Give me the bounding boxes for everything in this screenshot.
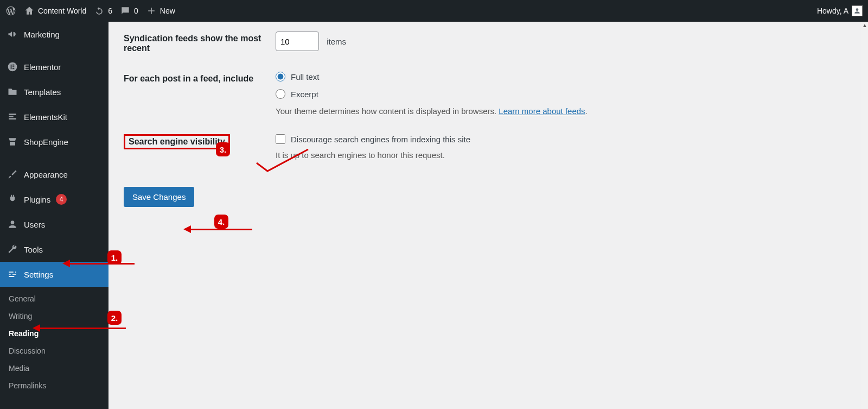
howdy-link[interactable]: Howdy, A <box>817 5 863 16</box>
syndication-label: Syndication feeds show the most recent <box>124 32 276 53</box>
elementskit-icon <box>7 111 18 123</box>
submenu-item-discussion[interactable]: Discussion <box>0 342 108 360</box>
comments-link[interactable]: 0 <box>120 5 138 16</box>
radio-excerpt-label: Excerpt <box>291 90 318 99</box>
scrollbar[interactable]: ▲ <box>861 22 868 409</box>
comment-icon <box>120 5 131 16</box>
row-sev: Search engine visibility Discourage sear… <box>124 134 846 160</box>
annotation-arrow-4-line <box>190 229 252 230</box>
feed-desc: Your theme determines how content is dis… <box>276 106 846 116</box>
sidebar-item-label: Tools <box>24 245 43 254</box>
annotation-badge-4: 4. <box>214 215 228 229</box>
updates-link[interactable]: 6 <box>94 5 112 16</box>
annotation-badge-1: 1. <box>107 250 122 265</box>
submenu-item-writing[interactable]: Writing <box>0 307 108 325</box>
syndication-input[interactable] <box>276 32 319 51</box>
settings-content: Syndication feeds show the most recent i… <box>108 22 861 409</box>
sidebar-item-appearance[interactable]: Appearance <box>0 162 108 187</box>
radio-excerpt-input[interactable] <box>276 89 285 99</box>
elementor-icon <box>7 61 18 73</box>
sev-checkbox[interactable] <box>276 134 285 144</box>
sev-checkbox-row[interactable]: Discourage search engines from indexing … <box>276 134 846 144</box>
sidebar-item-plugins[interactable]: Plugins 4 <box>0 187 108 212</box>
plug-icon <box>7 193 18 205</box>
plugins-update-badge: 4 <box>56 194 67 205</box>
sidebar-item-label: Marketing <box>24 30 60 39</box>
feed-desc-link[interactable]: Learn more about feeds <box>499 106 585 116</box>
radio-full-text-label: Full text <box>291 72 320 81</box>
sidebar-item-label: ShopEngine <box>24 137 68 147</box>
sidebar-item-label: Settings <box>24 270 53 279</box>
radio-full-text-input[interactable] <box>276 72 285 81</box>
sev-label: Search engine visibility <box>124 134 230 149</box>
shop-icon <box>7 136 18 148</box>
row-feed-include: For each post in a feed, include Full te… <box>124 72 846 116</box>
howdy-text: Howdy, A <box>817 7 848 15</box>
submenu-item-general[interactable]: General <box>0 290 108 307</box>
annotation-arrow-4-head <box>183 225 191 233</box>
feed-include-label: For each post in a feed, include <box>124 72 276 84</box>
updates-count: 6 <box>108 7 112 15</box>
site-name: Content World <box>38 7 86 15</box>
home-icon <box>24 5 35 16</box>
sliders-icon <box>7 268 18 280</box>
avatar <box>852 5 863 16</box>
wp-logo[interactable] <box>5 5 16 16</box>
comments-count: 0 <box>134 7 138 15</box>
new-label: New <box>160 7 175 15</box>
submenu-item-reading[interactable]: Reading <box>0 325 108 342</box>
wordpress-icon <box>5 5 16 16</box>
sidebar-item-shopengine[interactable]: ShopEngine <box>0 129 108 154</box>
feed-desc-text: Your theme determines how content is dis… <box>276 106 499 116</box>
admin-bar: Content World 6 0 New Howdy, A <box>0 0 868 22</box>
brush-icon <box>7 168 18 180</box>
sidebar-item-label: Templates <box>24 87 61 97</box>
sidebar-item-elementskit[interactable]: ElementsKit <box>0 104 108 129</box>
sidebar-item-label: Users <box>24 220 45 229</box>
row-syndication: Syndication feeds show the most recent i… <box>124 32 846 53</box>
submenu-item-media[interactable]: Media <box>0 360 108 377</box>
megaphone-icon <box>7 28 18 40</box>
sidebar-item-tools[interactable]: Tools <box>0 237 108 262</box>
sidebar-item-label: Plugins <box>24 195 50 204</box>
sidebar-item-label: Elementor <box>24 62 61 72</box>
plus-icon <box>146 5 157 16</box>
sidebar-item-elementor[interactable]: Elementor <box>0 54 108 79</box>
radio-full-text[interactable]: Full text <box>276 72 846 81</box>
sidebar-item-templates[interactable]: Templates <box>0 79 108 104</box>
radio-excerpt[interactable]: Excerpt <box>276 89 846 99</box>
sidebar-item-settings[interactable]: Settings <box>0 262 108 287</box>
scroll-up-icon[interactable]: ▲ <box>861 22 868 28</box>
new-link[interactable]: New <box>146 5 175 16</box>
site-link[interactable]: Content World <box>24 5 86 16</box>
user-icon <box>7 218 18 230</box>
update-icon <box>94 5 105 16</box>
wrench-icon <box>7 243 18 255</box>
sidebar-item-label: ElementsKit <box>24 112 67 122</box>
settings-submenu: General Writing Reading Discussion Media… <box>0 287 108 402</box>
sidebar-item-label: Appearance <box>24 170 68 179</box>
sidebar-item-marketing[interactable]: Marketing <box>0 22 108 47</box>
save-button[interactable]: Save Changes <box>124 187 194 207</box>
syndication-suffix: items <box>327 37 346 46</box>
folder-icon <box>7 86 18 98</box>
sev-checkbox-label: Discourage search engines from indexing … <box>291 135 470 144</box>
submenu-item-permalinks[interactable]: Permalinks <box>0 377 108 394</box>
sidebar-item-users[interactable]: Users <box>0 212 108 237</box>
annotation-badge-2: 2. <box>107 311 122 325</box>
sev-desc: It is up to search engines to honor this… <box>276 150 846 160</box>
admin-sidebar: Marketing Elementor Templates ElementsKi… <box>0 22 108 409</box>
